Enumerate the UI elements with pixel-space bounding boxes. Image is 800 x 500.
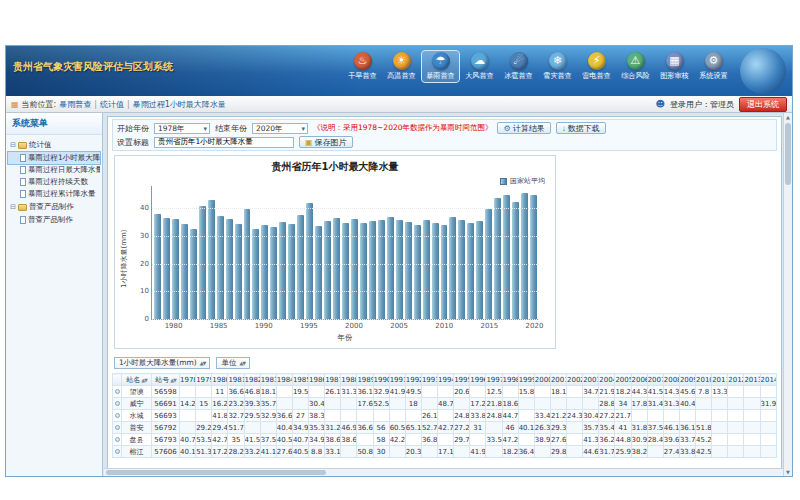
collapse-icon[interactable]: ⊟: [10, 203, 16, 211]
table-row[interactable]: 威宁5669114.21516.223.239.335.730.417.652.…: [113, 398, 777, 410]
value-cell: 34.9: [292, 422, 308, 434]
row-select-cell[interactable]: [113, 386, 122, 398]
table-row[interactable]: 水城5669341.832.729.532.936.62738.326.124.…: [113, 410, 777, 422]
sort-icons[interactable]: ▲▼: [170, 377, 176, 383]
scroll-up-icon[interactable]: ▲: [784, 113, 792, 121]
year-header[interactable]: 2008: [663, 374, 679, 386]
nav-item-risk[interactable]: ⚠综合风险: [617, 51, 654, 82]
tree-leaf[interactable]: 暴雨过程持续天数: [8, 176, 100, 188]
tree-leaf[interactable]: 暴雨过程日最大降水量: [8, 164, 100, 176]
chart-bar: [235, 224, 242, 319]
year-header[interactable]: 1985: [292, 374, 308, 386]
nav-item-heat[interactable]: ☀高温普查: [383, 51, 420, 82]
year-header[interactable]: 1978: [180, 374, 196, 386]
year-header[interactable]: 1998: [502, 374, 518, 386]
download-button[interactable]: ↓ 数据下载: [556, 122, 606, 134]
station-marker-icon: [115, 401, 120, 406]
document-icon: [20, 154, 26, 162]
vertical-scrollbar[interactable]: ▲ ▼: [783, 113, 792, 476]
year-header[interactable]: 1997: [486, 374, 502, 386]
year-header[interactable]: 2006: [631, 374, 647, 386]
year-header[interactable]: 1995: [454, 374, 470, 386]
year-header[interactable]: 2002: [567, 374, 583, 386]
year-header[interactable]: 1999: [518, 374, 534, 386]
horizontal-scrollbar[interactable]: [104, 468, 783, 476]
nav-item-rainstorm[interactable]: ☂暴雨普查: [422, 51, 459, 82]
tree-leaf[interactable]: 普查产品制作: [8, 214, 100, 226]
breadcrumb-item[interactable]: 统计值: [100, 100, 124, 109]
year-header[interactable]: 1992: [405, 374, 421, 386]
nav-item-review[interactable]: ▦图形审核: [656, 51, 693, 82]
station-id-header[interactable]: 站号▲▼: [152, 374, 180, 386]
chart-title-input[interactable]: [154, 137, 294, 148]
calculate-button[interactable]: ⚙ 计算结果: [497, 122, 550, 134]
year-header[interactable]: 2011: [712, 374, 728, 386]
nav-item-snow[interactable]: ❄雪灾普查: [539, 51, 576, 82]
year-header[interactable]: 1979: [196, 374, 212, 386]
unit-select[interactable]: 单位 ▲▼: [216, 357, 250, 369]
sort-icons[interactable]: ▲▼: [141, 377, 147, 383]
value-cell: [405, 410, 421, 422]
year-header[interactable]: 1983: [260, 374, 276, 386]
year-header[interactable]: 1996: [470, 374, 486, 386]
year-header[interactable]: 2004: [599, 374, 615, 386]
year-header[interactable]: 1982: [244, 374, 260, 386]
row-select-cell[interactable]: [113, 434, 122, 446]
end-year-select[interactable]: 2020年 ▾: [252, 123, 308, 134]
tree-leaf[interactable]: 暴雨过程1小时最大降水量: [8, 152, 100, 164]
nav-item-wind[interactable]: ☁大风普查: [461, 51, 498, 82]
start-year-select[interactable]: 1978年 ▾: [154, 123, 210, 134]
year-header[interactable]: 2012: [728, 374, 744, 386]
year-header[interactable]: 2014: [760, 374, 777, 386]
year-header[interactable]: 1981: [228, 374, 244, 386]
collapse-icon[interactable]: ⊟: [10, 141, 16, 149]
year-header[interactable]: 2007: [647, 374, 663, 386]
scroll-down-icon[interactable]: ▼: [784, 468, 792, 476]
value-type-select[interactable]: 1小时最大降水量(mm) ▲▼: [114, 357, 210, 369]
breadcrumb-item[interactable]: 暴雨普查: [59, 100, 91, 109]
vertical-scroll-thumb[interactable]: [785, 123, 791, 185]
year-header[interactable]: 1987: [325, 374, 341, 386]
table-row[interactable]: 普安5679229.229.451.740.434.935.331.246.93…: [113, 422, 777, 434]
value-cell: 46.9: [341, 422, 357, 434]
value-cell: 31.2: [325, 422, 341, 434]
tree-node[interactable]: ⊟普查产品制作: [8, 200, 100, 214]
year-header[interactable]: 1990: [373, 374, 389, 386]
row-select-cell[interactable]: [113, 410, 122, 422]
tree-node[interactable]: ⊟统计值: [8, 138, 100, 152]
table-row[interactable]: 榕江5760640.151.317.228.233.241.127.640.58…: [113, 446, 777, 458]
year-header[interactable]: 1991: [389, 374, 405, 386]
year-header[interactable]: 2005: [615, 374, 631, 386]
nav-item-drought[interactable]: ♨干旱普查: [344, 51, 381, 82]
year-header[interactable]: 2009: [679, 374, 695, 386]
year-header[interactable]: 2001: [550, 374, 566, 386]
year-header[interactable]: 1993: [421, 374, 437, 386]
year-header[interactable]: 1994: [438, 374, 454, 386]
table-row[interactable]: 望谟565981136.646.818.119.526.131.336.132.…: [113, 386, 777, 398]
year-header[interactable]: 1986: [309, 374, 325, 386]
tree-leaf[interactable]: 暴雨过程累计降水量: [8, 188, 100, 200]
year-header[interactable]: 2013: [744, 374, 760, 386]
year-header[interactable]: 1989: [357, 374, 373, 386]
station-name-header[interactable]: 站名▲▼: [122, 374, 152, 386]
logout-button[interactable]: 退出系统: [739, 97, 787, 112]
table-row[interactable]: 盘县5679340.753.542.73541.537.540.540.734.…: [113, 434, 777, 446]
value-cell: 17.1: [438, 446, 454, 458]
row-select-cell[interactable]: [113, 446, 122, 458]
nav-item-settings[interactable]: ⚙系统设置: [695, 51, 732, 82]
value-cell: [276, 398, 292, 410]
nav-item-hail[interactable]: ☄冰雹普查: [500, 51, 537, 82]
breadcrumb-item[interactable]: 暴雨过程1小时最大降水量: [133, 100, 226, 109]
horizontal-scroll-thumb[interactable]: [106, 470, 326, 475]
row-select-cell[interactable]: [113, 422, 122, 434]
save-image-button[interactable]: ▣ 保存图片: [299, 136, 353, 148]
row-select-cell[interactable]: [113, 398, 122, 410]
nav-item-lightning[interactable]: ⚡雷电普查: [578, 51, 615, 82]
year-header[interactable]: 2000: [534, 374, 550, 386]
year-header[interactable]: 1984: [276, 374, 292, 386]
year-header[interactable]: 2010: [696, 374, 712, 386]
year-header[interactable]: 1988: [341, 374, 357, 386]
value-cell: [647, 410, 663, 422]
year-header[interactable]: 2003: [583, 374, 599, 386]
year-header[interactable]: 1980: [212, 374, 228, 386]
